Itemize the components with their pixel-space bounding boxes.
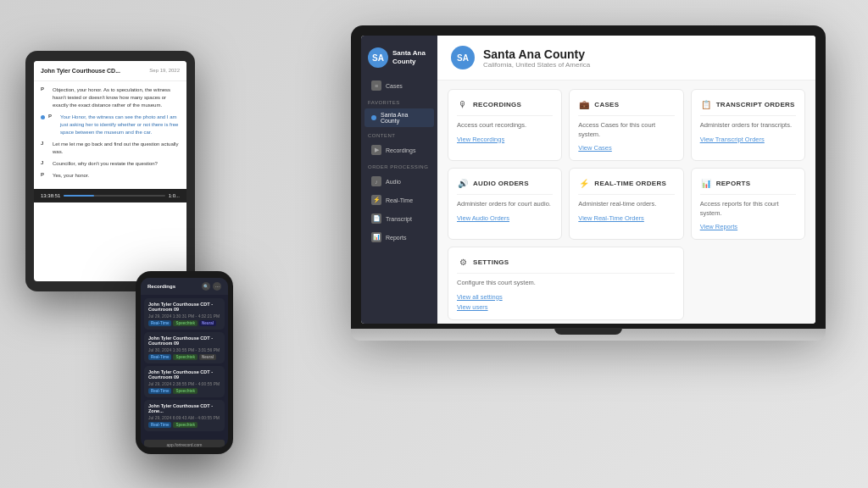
transcript-icon: 📄 xyxy=(371,214,381,224)
microphone-icon: 🎙 xyxy=(457,98,469,110)
card-cases-header: 💼 CASES xyxy=(578,98,674,116)
phone-list-item-2[interactable]: John Tyler Courthouse CDT - Courtroom 09… xyxy=(144,332,225,363)
sidebar-item-audio[interactable]: ♪ Audio xyxy=(364,173,434,190)
phone-item-title-3: John Tyler Courthouse CDT - Courtroom 09 xyxy=(148,369,220,380)
card-recordings: 🎙 RECORDINGS Access court recordings. Vi… xyxy=(448,89,562,161)
sidebar-item-realtime[interactable]: ⚡ Real-Time xyxy=(364,191,434,208)
tablet-date: Sep 19, 2022 xyxy=(149,68,180,73)
view-realtime-orders-link[interactable]: View Real-Time Orders xyxy=(578,214,674,222)
view-users-link[interactable]: View users xyxy=(457,303,675,311)
cases-icon: ≡ xyxy=(371,80,381,91)
card-settings-desc: Configure this court system. xyxy=(457,279,675,288)
tablet-outer: John Tyler Courthouse CD... Sep 19, 2022… xyxy=(25,51,195,291)
card-settings-header: ⚙ SETTINGS xyxy=(457,256,675,274)
phone-recordings-list: John Tyler Courthouse CDT - Courtroom 09… xyxy=(141,295,228,437)
badge-speechtek-3: Speechtek xyxy=(173,388,198,394)
card-cases: 💼 CASES Access Cases for this court syst… xyxy=(569,89,683,161)
tablet-text-2: Your Honor, the witness can see the phot… xyxy=(60,114,180,136)
sidebar-recordings-label: Recordings xyxy=(386,147,415,153)
phone-list-item-3[interactable]: John Tyler Courthouse CDT - Courtroom 09… xyxy=(144,366,225,397)
tablet-progress-fill xyxy=(64,195,94,197)
badge-realtime-3: Real-Time xyxy=(148,388,171,394)
card-transcript-title: TRANSCRIPT ORDERS xyxy=(716,101,795,108)
card-transcript-desc: Administer orders for transcripts. xyxy=(700,121,796,130)
view-recordings-link[interactable]: View Recordings xyxy=(457,136,553,143)
card-audio-title: AUDIO ORDERS xyxy=(473,180,529,187)
tablet-doc-title: John Tyler Courthouse CD... xyxy=(41,68,120,74)
sidebar-audio-label: Audio xyxy=(386,179,401,185)
speaker-icon: 🔊 xyxy=(457,177,469,189)
laptop-base xyxy=(351,329,826,341)
tablet-progress-bar[interactable] xyxy=(64,195,164,197)
tablet-text-5: Yes, your honor. xyxy=(53,172,89,180)
app-header: SA Santa Ana County California, United S… xyxy=(437,36,815,80)
view-audio-orders-link[interactable]: View Audio Orders xyxy=(457,214,553,222)
avatar: SA xyxy=(451,46,475,69)
card-audio-desc: Administer orders for court audio. xyxy=(457,200,553,209)
badge-speechtek-4: Speechtek xyxy=(173,422,198,428)
tablet-header: John Tyler Courthouse CD... Sep 19, 2022 xyxy=(34,61,186,81)
sidebar-item-santa-ana[interactable]: Santa Ana County xyxy=(364,108,434,127)
app-main: SA Santa Ana County California, United S… xyxy=(437,36,815,324)
sidebar-realtime-label: Real-Time xyxy=(386,197,413,203)
badge-speechtek: Speechtek xyxy=(173,320,198,326)
page-title: Santa Ana County xyxy=(483,47,590,61)
sidebar-item-recordings[interactable]: ▶ Recordings xyxy=(364,141,434,158)
recordings-icon: ▶ xyxy=(371,145,381,155)
speaker-p3: P xyxy=(41,172,49,177)
speaker-p1: P xyxy=(41,86,49,92)
badge-speechtek-2: Speechtek xyxy=(173,354,198,360)
card-realtime-title: REAL-TIME ORDERS xyxy=(594,180,666,187)
card-cases-desc: Access Cases for this court system. xyxy=(578,121,674,139)
sidebar-item-reports[interactable]: 📊 Reports xyxy=(364,229,434,246)
phone-item-title-1: John Tyler Courthouse CDT - Courtroom 09 xyxy=(148,302,220,312)
tablet-line-2: P Your Honor, the witness can see the ph… xyxy=(41,114,180,136)
phone-item-badges-2: Real-Time Speechtek Neural xyxy=(148,354,220,360)
card-realtime-header: ⚡ REAL-TIME ORDERS xyxy=(578,177,674,195)
sidebar-item-transcript[interactable]: 📄 Transcript xyxy=(364,210,434,227)
tablet-device: John Tyler Courthouse CD... Sep 19, 2022… xyxy=(25,51,195,291)
search-icon[interactable]: 🔍 xyxy=(202,282,210,291)
tablet-content: P Objection, your honor. As to speculati… xyxy=(34,81,186,189)
card-realtime-orders: ⚡ REAL-TIME ORDERS Administer real-time … xyxy=(569,168,683,240)
badge-realtime-2: Real-Time xyxy=(148,354,171,360)
view-transcript-orders-link[interactable]: View Transcript Orders xyxy=(700,136,796,143)
phone-device: Recordings 🔍 ⋯ John Tyler Courthouse CDT… xyxy=(136,271,233,454)
tablet-footer: 13:38:51 1:0... xyxy=(34,189,186,202)
tablet-text-3: Let me let me go back and find out the q… xyxy=(53,141,180,156)
sidebar-item-cases[interactable]: ≡ Cases xyxy=(364,77,434,94)
phone-item-badges-3: Real-Time Speechtek xyxy=(148,388,220,394)
sidebar-transcript-label: Transcript xyxy=(386,216,412,222)
tablet-duration: 1:0... xyxy=(169,193,180,198)
view-reports-link[interactable]: View Reports xyxy=(700,223,796,230)
view-cases-link[interactable]: View Cases xyxy=(578,144,674,152)
card-reports-header: 📊 REPORTS xyxy=(700,177,796,195)
phone-item-badges-1: Real-Time Speechtek Neural xyxy=(148,320,220,326)
phone-list-item-4[interactable]: John Tyler Courthouse CDT - Zone... Jul … xyxy=(144,400,225,431)
badge-neural-2: Neural xyxy=(199,354,216,360)
phone-list-item-1[interactable]: John Tyler Courthouse CDT - Courtroom 09… xyxy=(144,298,225,330)
card-transcript-orders: 📋 TRANSCRIPT ORDERS Administer orders fo… xyxy=(691,89,805,161)
clipboard-icon: 📋 xyxy=(700,98,712,110)
card-settings: ⚙ SETTINGS Configure this court system. … xyxy=(448,247,684,320)
gear-icon: ⚙ xyxy=(457,256,469,268)
tablet-text-1: Objection, your honor. As to speculation… xyxy=(53,86,180,109)
more-icon[interactable]: ⋯ xyxy=(213,282,221,291)
sidebar-item-cases-label: Cases xyxy=(386,83,403,89)
tablet-screen: John Tyler Courthouse CD... Sep 19, 2022… xyxy=(34,61,186,281)
reports-icon: 📊 xyxy=(371,232,381,242)
view-all-settings-link[interactable]: View all settings xyxy=(457,293,675,301)
speaker-j1: J xyxy=(41,141,49,146)
sidebar-logo-icon: SA xyxy=(368,47,388,68)
lightning-icon: ⚡ xyxy=(578,177,590,189)
tablet-line-1: P Objection, your honor. As to speculati… xyxy=(41,86,180,109)
laptop-device: SA Santa Ana County ≡ Cases FAVORITES Sa… xyxy=(351,25,826,341)
card-realtime-desc: Administer real-time orders. xyxy=(578,200,674,209)
phone-item-date-1: Jul 29, 2024 1:30:31 PM - 4:32:21 PM xyxy=(148,313,220,319)
tablet-line-5: P Yes, your honor. xyxy=(41,172,180,180)
laptop-notch xyxy=(554,328,622,335)
phone-url-bar[interactable]: app.fortrecord.com xyxy=(144,440,225,447)
speaker-p2: P xyxy=(48,114,57,119)
scene: John Tyler Courthouse CD... Sep 19, 2022… xyxy=(0,0,868,488)
audio-icon: ♪ xyxy=(371,176,381,186)
